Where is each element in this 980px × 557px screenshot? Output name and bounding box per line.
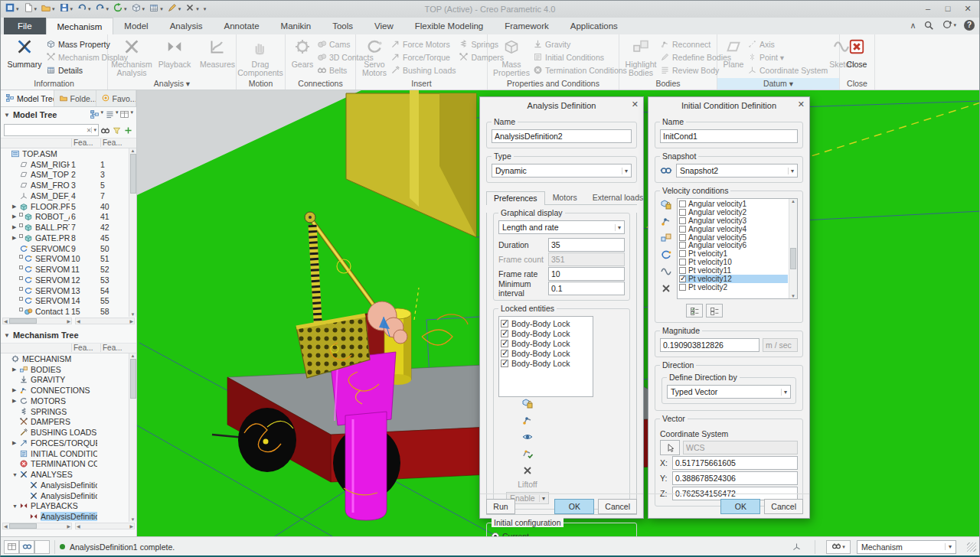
vector-component-input[interactable] <box>672 471 798 485</box>
analysis-name-input[interactable] <box>492 129 632 143</box>
checkbox[interactable] <box>501 350 508 357</box>
ribbon-group-label[interactable]: Connections <box>286 78 355 90</box>
checkbox[interactable] <box>501 360 508 367</box>
ribbon-button[interactable]: Initial Conditions <box>533 50 627 64</box>
qat-button[interactable]: ▾ <box>76 2 92 16</box>
qat-button[interactable]: ▾ <box>58 2 74 16</box>
ribbon-button[interactable]: Bushing Loads <box>390 64 456 77</box>
model-tree-row[interactable]: SERVOMOTOR 11 52 <box>1 264 128 275</box>
type-select[interactable]: Dynamic▾ <box>492 164 632 178</box>
mechanism-tree-row[interactable]: ▶ BODIES <box>1 364 128 375</box>
model-tree-row[interactable]: ▶ GATE.PRT 8 45 <box>1 233 128 243</box>
field-input[interactable] <box>548 282 625 295</box>
ribbon-button[interactable]: Gravity <box>533 37 627 50</box>
checkbox[interactable] <box>679 242 686 249</box>
ribbon-button[interactable]: Gears <box>288 36 317 78</box>
filter-select[interactable]: Mechanism▾ <box>857 540 956 554</box>
magnitude-input[interactable] <box>660 338 760 352</box>
mechanism-tree-row[interactable]: BUSHING LOADS <box>1 427 128 438</box>
qat-button[interactable]: ▾ <box>40 2 56 16</box>
tree-search-input[interactable]: ✕ ▾ <box>4 124 99 136</box>
close-icon[interactable]: ✕ <box>632 99 639 109</box>
checkbox[interactable] <box>679 217 686 224</box>
initcond-name-input[interactable] <box>660 129 798 143</box>
status-tool-button[interactable] <box>34 540 50 554</box>
locked-entity-tool-button[interactable] <box>521 431 534 443</box>
velocity-condition-row[interactable]: Pt velocity11 <box>679 266 788 275</box>
locked-entities-list[interactable]: Body-Body Lock Body-Body Lock Body-Body … <box>498 316 593 397</box>
checkbox[interactable] <box>679 259 686 265</box>
select-csys-button[interactable] <box>660 440 680 455</box>
qat-button[interactable]: ▾ <box>184 2 200 16</box>
cancel-button[interactable]: Cancel <box>598 499 637 514</box>
expand-icon[interactable]: ▼ <box>12 472 19 477</box>
navigator-tab[interactable]: Favo... <box>96 90 136 106</box>
locked-entity-row[interactable]: Body-Body Lock <box>501 318 591 328</box>
tree-column-header[interactable]: Fea... Fea... <box>1 138 136 148</box>
titlebar[interactable]: ▾▾▾▾▾▾▾▾▾▾▾▾ TOP (Active) - Creo Paramet… <box>1 1 979 18</box>
velocity-tool-button[interactable] <box>660 215 672 227</box>
ribbon-group-label[interactable]: Insert <box>356 78 487 90</box>
mechanism-tree-row[interactable]: GRAVITY <box>1 375 128 386</box>
checkbox[interactable] <box>679 275 686 282</box>
ribbon-tab[interactable]: File <box>4 18 46 34</box>
ribbon-tab[interactable]: View <box>364 18 404 34</box>
model-tree-row[interactable]: SERVOMOTOR 10 51 <box>1 254 128 265</box>
model-tree-row[interactable]: ASM_RIGHT 1 1 <box>1 159 128 170</box>
ribbon-button[interactable]: Force/Torque <box>390 50 456 64</box>
model-tree-row[interactable]: Contact 1 15 58 <box>1 306 128 317</box>
expand-icon[interactable]: ▶ <box>12 235 19 241</box>
ribbon-button[interactable]: Playback <box>153 36 196 78</box>
navigator-tab[interactable]: Model Tree <box>1 90 54 106</box>
ribbon-button[interactable]: Highlight Bodies <box>622 36 660 78</box>
locked-entity-tool-button[interactable] <box>521 448 534 460</box>
locked-entity-row[interactable]: Body-Body Lock <box>501 348 591 358</box>
checkbox[interactable] <box>679 234 686 241</box>
velocity-condition-row[interactable]: Pt velocity2 <box>679 283 788 292</box>
ribbon-button[interactable]: Plane <box>720 36 747 78</box>
ribbon-button[interactable]: Mass Properties <box>490 36 533 78</box>
mechanism-tree-row[interactable]: ▼ PLAYBACKS <box>1 501 128 512</box>
model-tree-row[interactable]: TOP.ASM <box>1 148 128 159</box>
navigator-tab[interactable]: Folde... <box>54 90 96 106</box>
checkbox[interactable] <box>679 226 686 233</box>
expand-icon[interactable]: ▶ <box>12 204 19 210</box>
checkbox[interactable] <box>679 267 686 274</box>
dialog-tab[interactable]: Motors <box>545 191 585 204</box>
vector-component-input[interactable] <box>672 456 798 470</box>
model-tree-hscrollbars[interactable]: ◀▶ ◀▶ <box>1 317 136 325</box>
ribbon-group-label[interactable]: Information <box>1 78 107 90</box>
mechanism-tree-row[interactable]: ▼ ANALYSES <box>1 469 128 480</box>
checkbox[interactable] <box>501 330 508 337</box>
velocity-tool-button[interactable] <box>660 282 672 295</box>
search-icon[interactable] <box>923 20 934 31</box>
ribbon-button[interactable]: Coordinate System <box>747 64 828 77</box>
ribbon-button[interactable]: Mechanism Analysis <box>110 36 153 78</box>
field-input[interactable] <box>548 238 625 252</box>
mechanism-tree-row[interactable]: ▶ MOTORS <box>1 396 128 406</box>
ribbon-tab[interactable]: Framework <box>494 18 560 34</box>
velocity-tool-button[interactable] <box>660 249 672 261</box>
velocity-condition-row[interactable]: Angular velocity4 <box>679 225 788 233</box>
velocity-tool-button[interactable] <box>660 265 672 278</box>
locked-entity-tool-button[interactable] <box>521 397 534 409</box>
velocity-list-scrollbar[interactable]: ▲▼ <box>789 199 797 298</box>
mechanism-tree-row[interactable]: ▶ FORCES/TORQUES <box>1 438 128 448</box>
velocity-tool-button[interactable] <box>660 198 672 210</box>
snapshot-glasses-icon[interactable] <box>660 164 672 177</box>
model-tree-row[interactable]: SERVOMOTOR 12 53 <box>1 275 128 285</box>
mechanism-tree-row[interactable]: MECHANISM <box>1 353 128 364</box>
velocity-condition-row[interactable]: Pt velocity1 <box>679 249 788 258</box>
define-direction-select[interactable]: Typed Vector▾ <box>667 385 791 399</box>
velocity-condition-row[interactable]: Angular velocity6 <box>679 241 788 249</box>
velocity-conditions-list[interactable]: Angular velocity1 Angular velocity2 Angu… <box>677 198 798 299</box>
velocity-tool-button[interactable] <box>660 232 672 244</box>
qat-button[interactable]: ▾ <box>148 2 164 16</box>
locked-entity-row[interactable]: Body-Body Lock <box>501 358 591 368</box>
graphical-display-select[interactable]: Length and rate▾ <box>498 220 625 234</box>
mechanism-tree-hscrollbars[interactable]: ◀▶ ◀▶ <box>1 522 136 530</box>
ribbon-tab[interactable]: Manikin <box>270 18 322 34</box>
summary-button[interactable]: Summary <box>3 36 46 78</box>
model-tree-row[interactable]: ASM_FRONT 3 5 <box>1 180 128 191</box>
qat-button[interactable]: ▾ <box>166 2 182 16</box>
